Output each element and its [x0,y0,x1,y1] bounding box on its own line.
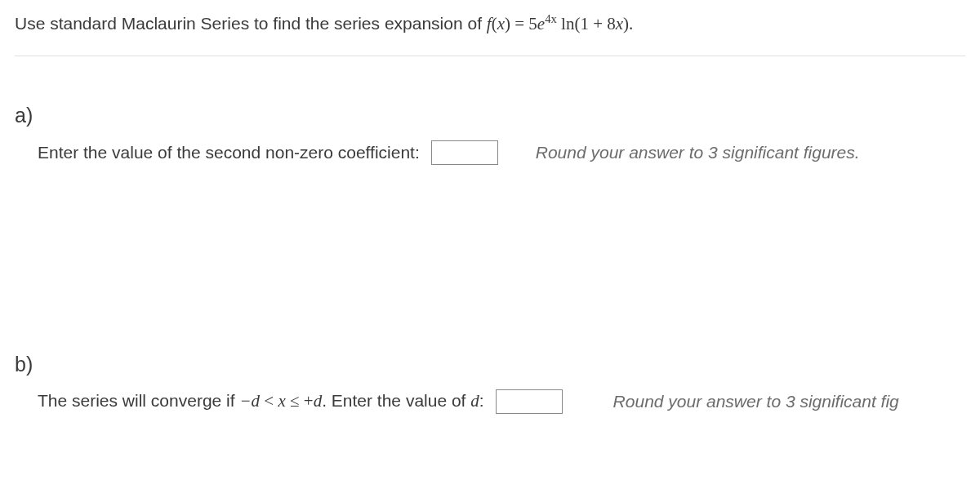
math-close: ) = 5 [505,14,537,33]
math-ln: ln(1 + 8 [557,14,616,33]
math-exp: 4x [545,12,557,25]
part-b-content: The series will converge if −d < x ≤ +d.… [38,389,965,414]
part-a-text: Enter the value of the second non-zero c… [38,143,420,162]
math-x: x [497,14,505,33]
part-b-hint: Round your answer to 3 significant fig [613,392,899,411]
part-a-input[interactable] [431,140,498,165]
part-b-input[interactable] [496,389,563,414]
math-open: ( [492,14,497,33]
intro-text: Use standard Maclaurin Series to find th… [15,14,487,33]
math-end: ). [623,14,633,33]
part-a-hint: Round your answer to 3 significant figur… [536,143,860,162]
part-a-label: a) [15,104,965,127]
part-a-content: Enter the value of the second non-zero c… [38,140,965,165]
part-b-label: b) [15,353,965,376]
math-x2: x [616,14,623,33]
math-e: e [537,14,545,33]
part-b-text: The series will converge if −d < x ≤ +d.… [38,391,484,411]
question-intro: Use standard Maclaurin Series to find th… [15,10,965,56]
